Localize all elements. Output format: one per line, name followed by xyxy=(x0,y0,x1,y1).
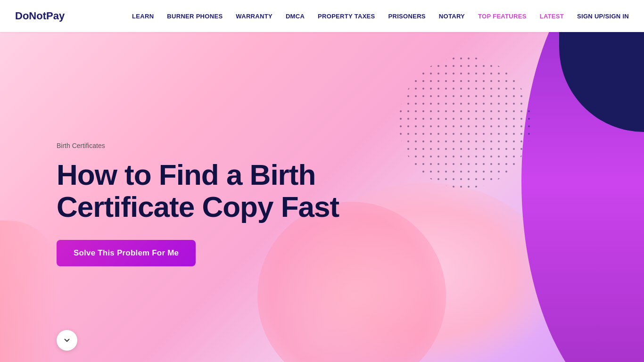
nav-latest[interactable]: LATEST xyxy=(540,13,564,20)
chevron-down-icon xyxy=(63,336,71,345)
nav-links: LEARN BURNER PHONES WARRANTY DMCA PROPER… xyxy=(83,12,629,20)
nav-top-features[interactable]: TOP FEATURES xyxy=(478,13,527,20)
nav-dmca[interactable]: DMCA xyxy=(286,13,305,20)
hero-title: How to Find a Birth Certificate Copy Fas… xyxy=(57,159,339,223)
nav-learn[interactable]: LEARN xyxy=(132,13,154,20)
hero-title-line2: Certificate Copy Fast xyxy=(57,190,339,223)
hero-section: Birth Certificates How to Find a Birth C… xyxy=(0,0,644,362)
dots-pattern xyxy=(399,57,531,189)
breadcrumb: Birth Certificates xyxy=(57,142,339,149)
cta-button[interactable]: Solve This Problem For Me xyxy=(57,240,196,266)
nav-prisoners[interactable]: PRISONERS xyxy=(388,13,426,20)
nav-sign-in[interactable]: SIGN UP/SIGN IN xyxy=(577,13,629,20)
nav-notary[interactable]: NOTARY xyxy=(439,13,465,20)
hero-title-line1: How to Find a Birth xyxy=(57,158,315,191)
nav-burner-phones[interactable]: BURNER PHONES xyxy=(167,13,223,20)
hero-content: Birth Certificates How to Find a Birth C… xyxy=(0,128,339,266)
svg-rect-2 xyxy=(399,57,531,189)
navbar: DoNotPay LEARN BURNER PHONES WARRANTY DM… xyxy=(0,0,644,32)
site-logo[interactable]: DoNotPay xyxy=(15,10,65,22)
nav-warranty[interactable]: WARRANTY xyxy=(236,13,272,20)
nav-property-taxes[interactable]: PROPERTY TAXES xyxy=(318,13,375,20)
scroll-down-button[interactable] xyxy=(57,330,77,351)
